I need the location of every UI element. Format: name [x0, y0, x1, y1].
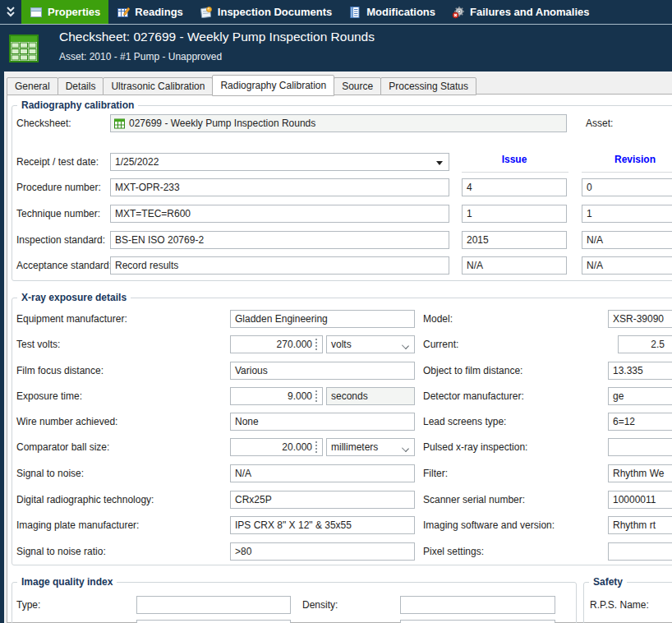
pixel-settings-field[interactable] — [608, 542, 672, 561]
inspection-documents-icon — [200, 6, 213, 19]
ribbon-tab-label: Failures and Anomalies — [470, 6, 589, 18]
ribbon-tab-failures-anomalies[interactable]: Failures and Anomalies — [444, 0, 597, 24]
procedure-issue-field[interactable]: 4 — [462, 178, 567, 196]
object-to-film-distance-value: 13.335 — [613, 365, 643, 376]
imaging-plate-manufacturer-field[interactable]: IPS CRX 8" X 12" & 35x55 — [230, 516, 415, 534]
procedure-revision-value: 0 — [587, 182, 592, 193]
window-left-border — [0, 72, 4, 623]
equipment-manufacturer-label: Equipment manufacturer: — [16, 310, 127, 328]
iqi-density-field[interactable] — [400, 596, 555, 614]
ribbon-bar: Properties Readings Inspection Documents — [0, 0, 672, 25]
detector-manufacturer-field[interactable]: ge — [608, 387, 672, 405]
test-volts-unit-value: volts — [331, 339, 352, 350]
iqi-second-row-field[interactable] — [400, 620, 555, 623]
tab-source[interactable]: Source — [334, 77, 381, 95]
checksheet-label: Checksheet: — [16, 114, 71, 132]
exposure-time-spinner[interactable]: 9.000 — [230, 387, 323, 405]
dropdown-chevron-icon[interactable] — [402, 342, 409, 349]
tab-ultrasonic-calibration[interactable]: Ultrasonic Calibration — [103, 77, 213, 95]
lead-screens-type-field[interactable]: 6=12 — [608, 413, 672, 431]
record-subtitle: Asset: 2010 - #1 Pump - Unapproved — [59, 51, 222, 62]
pulsed-xray-inspection-label: Pulsed x-ray inspection: — [423, 438, 527, 456]
wire-number-achieved-label: Wire number achieved: — [16, 413, 117, 431]
collapse-ribbon-button[interactable] — [0, 0, 21, 24]
current-value: 2.5 — [651, 339, 665, 350]
inspection-issue-field[interactable]: 2015 — [462, 231, 567, 249]
exposure-time-value: 9.000 — [288, 390, 312, 402]
inspection-standard-field[interactable]: BS-EN ISO 20769-2 — [110, 231, 449, 249]
acceptance-revision-field[interactable]: N/A — [582, 256, 672, 275]
ribbon-tab-readings[interactable]: Readings — [108, 0, 191, 24]
revision-column-header[interactable]: Revision — [582, 151, 672, 168]
application-window: Properties Readings Inspection Documents — [0, 0, 672, 623]
ribbon-tab-modifications[interactable]: Modifications — [340, 0, 444, 24]
object-to-film-distance-field[interactable]: 13.335 — [608, 362, 672, 380]
checksheet-grid-icon — [9, 34, 39, 63]
technique-issue-field[interactable]: 1 — [462, 205, 567, 223]
receipt-date-combo[interactable]: 1/25/2022 — [110, 153, 449, 171]
comparator-ball-unit-combo[interactable]: millimeters — [326, 438, 415, 456]
ribbon-tab-label: Modifications — [366, 6, 435, 18]
test-volts-value: 270.000 — [277, 339, 312, 350]
pixel-settings-label: Pixel settings: — [423, 542, 484, 561]
spin-buttons-icon[interactable] — [315, 441, 320, 453]
signal-to-noise-field[interactable]: N/A — [230, 464, 415, 482]
spin-buttons-icon[interactable] — [315, 339, 320, 350]
inspection-revision-field[interactable]: N/A — [582, 231, 672, 249]
scanner-serial-number-field[interactable]: 10000011 — [608, 491, 672, 509]
acceptance-issue-field[interactable]: N/A — [462, 256, 567, 275]
signal-to-noise-ratio-label: Signal to noise ratio: — [16, 542, 106, 561]
group-title: Image quality index — [17, 576, 117, 588]
ribbon-tab-label: Inspection Documents — [218, 6, 332, 18]
modifications-icon — [348, 6, 361, 19]
imaging-software-version-field[interactable]: Rhythm rt — [608, 516, 672, 534]
tab-details[interactable]: Details — [58, 77, 104, 95]
comparator-ball-size-spinner[interactable]: 20.000 — [230, 438, 323, 456]
tab-radiography-calibration[interactable]: Radiography Calibration — [212, 75, 334, 96]
spin-buttons-icon[interactable] — [315, 390, 320, 402]
test-volts-spinner[interactable]: 270.000 — [230, 335, 323, 353]
filter-field[interactable]: Rhythm We — [608, 464, 672, 482]
inspection-standard-label: Inspection standard: — [16, 231, 105, 249]
object-to-film-distance-label: Object to film distance: — [423, 362, 522, 380]
checksheet-field[interactable]: 027699 - Weekly Pump Inspection Rounds — [110, 114, 567, 132]
ribbon-tab-properties[interactable]: Properties — [21, 0, 108, 24]
dropdown-chevron-icon[interactable] — [402, 445, 409, 452]
iqi-type-field[interactable] — [136, 596, 291, 614]
ribbon-tab-inspection-documents[interactable]: Inspection Documents — [191, 0, 340, 24]
dropdown-arrow-icon[interactable] — [436, 161, 443, 165]
inspection-issue-value: 2015 — [467, 234, 489, 246]
procedure-revision-field[interactable]: 0 — [582, 178, 672, 196]
imaging-plate-manufacturer-label: Imaging plate manufacturer: — [16, 516, 139, 534]
detector-manufacturer-value: ge — [613, 390, 624, 402]
iqi-second-row-field[interactable] — [136, 620, 291, 623]
receipt-date-value: 1/25/2022 — [115, 156, 159, 168]
digital-radiographic-technology-field[interactable]: CRx25P — [230, 491, 415, 509]
current-field[interactable]: 2.5 — [618, 335, 672, 353]
exposure-time-unit-field: seconds — [326, 387, 415, 405]
scanner-serial-number-value: 10000011 — [613, 494, 656, 505]
digital-radiographic-technology-label: Digital radiographic technology: — [16, 491, 154, 509]
acceptance-standard-field[interactable]: Record results — [110, 256, 449, 275]
pulsed-xray-inspection-field[interactable] — [608, 438, 672, 456]
issue-column-header[interactable]: Issue — [462, 151, 567, 168]
technique-revision-field[interactable]: 1 — [582, 205, 672, 223]
imaging-software-version-value: Rhythm rt — [613, 519, 656, 531]
acceptance-revision-value: N/A — [587, 260, 603, 271]
tab-general[interactable]: General — [7, 77, 58, 95]
test-volts-unit-combo[interactable]: volts — [326, 335, 415, 353]
wire-number-achieved-field[interactable]: None — [230, 413, 415, 431]
model-field[interactable]: XSR-39090 — [608, 310, 672, 328]
film-focus-distance-field[interactable]: Various — [230, 362, 415, 380]
comparator-ball-size-label: Comparator ball size: — [16, 438, 109, 456]
technique-number-field[interactable]: MXT=TEC=R600 — [110, 205, 449, 223]
detector-manufacturer-label: Detector manufacturer: — [423, 387, 524, 405]
tab-processing-status[interactable]: Processing Status — [380, 77, 476, 95]
test-volts-label: Test volts: — [16, 335, 60, 353]
record-title: Checksheet: 027699 - Weekly Pump Inspect… — [59, 30, 375, 44]
signal-to-noise-ratio-field[interactable]: >80 — [230, 542, 415, 561]
procedure-number-field[interactable]: MXT-OPR-233 — [110, 178, 449, 196]
technique-issue-value: 1 — [467, 208, 472, 219]
window-icon — [30, 6, 43, 19]
equipment-manufacturer-field[interactable]: Gladden Engineering — [230, 310, 415, 328]
